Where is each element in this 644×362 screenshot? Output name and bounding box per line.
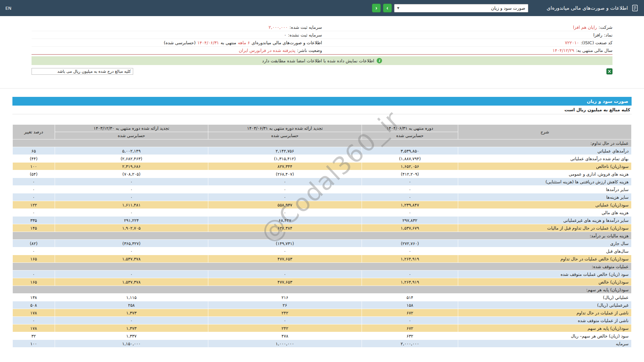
value-current-period: ۰ xyxy=(362,209,458,217)
symbol-label: نماد: xyxy=(604,33,612,38)
value-current-period: ۱,۲۶۴,۹۱۹ xyxy=(362,278,458,286)
value-restated-midyear: ۰ xyxy=(208,247,362,255)
statement-row: غیرعملیاتی (ریال)۱۵۸۲۶۲۵۸۵۰۸ xyxy=(13,301,632,309)
statement-select[interactable]: صورت سود و زیان ▼ xyxy=(394,4,528,12)
income-statement-table: شرح دوره منتهی به ۱۴۰۴/۰۶/۳۱ تجدید ارائه… xyxy=(12,124,632,348)
period-text: اطلاعات و صورت‌های مالی میاندوره‌ای xyxy=(252,40,322,45)
company-info-grid: شرکت: رایان هم افزا سرمایه ثبت شده: ۲,۰۰… xyxy=(32,23,612,55)
value-restated-midyear: ۲۶ xyxy=(208,301,362,309)
statement-row: سود (زیان) خالص هر سهم– ریال۶۳۲۴۷۸۱,۳۳۷۳… xyxy=(13,332,632,340)
row-label: سود(زیان) پایه هر سهم xyxy=(458,324,632,332)
section-row: عملیات در حال تداوم: xyxy=(13,139,632,147)
row-label: سایر درآمدها xyxy=(458,186,632,193)
row-label: سال جاری xyxy=(458,240,632,247)
statement-row: سرمایه۲,۰۰۰,۰۰۰۱,۰۰۰,۰۰۰۱,۱۵۰,۰۰۰۱۰۰ xyxy=(13,340,632,348)
statement-title-bar: صورت سود و زیان xyxy=(12,97,632,106)
row-label: هزینه های فروش، اداری و عمومی xyxy=(458,170,632,178)
isic-value: ۷۲۲۰۱۰ xyxy=(565,40,579,45)
value-restated-yearend: ۲۵۸ xyxy=(55,301,208,309)
value-restated-midyear: ۲۱۶ xyxy=(208,294,362,301)
percent-change: (۵۴) xyxy=(13,170,55,178)
unregistered-capital-label: سرمایه ثبت نشده: xyxy=(288,33,322,38)
percent-change: ۳۲ xyxy=(13,332,55,340)
excel-export-icon[interactable] xyxy=(606,68,612,74)
fiscal-year-row: سال مالی منتهی به: ۱۴۰۴/۱۲/۲۹ xyxy=(322,47,612,54)
company-label: شرکت: xyxy=(599,25,612,30)
value-current-period: (۱,۸۸۷,۷۹۴) xyxy=(362,155,458,163)
header-audited-3: حسابرسی شده xyxy=(55,132,208,139)
value-restated-midyear: ۴۷۸ xyxy=(208,332,362,340)
row-label: سال‌های قبل xyxy=(458,247,632,255)
percent-change: ۱۳۸ xyxy=(13,294,55,301)
percent-change: ۵۰۸ xyxy=(13,301,55,309)
alert-message: اطلاعات نمایش داده شده با اطلاعات امضا ش… xyxy=(262,58,374,63)
row-label: سایر درآمدها و هزینه های غیرعملیاتی xyxy=(458,217,632,224)
language-toggle[interactable]: EN xyxy=(5,6,11,11)
statement-table-body: عملیات در حال تداوم:درآمدهاي عملياتي۳,۵۳… xyxy=(13,139,632,348)
section-row: هزینه مالیات بر درآمد: xyxy=(13,232,632,240)
section-row-label: عملیات متوقف شده: xyxy=(13,263,632,270)
percent-change: ۱۰۰ xyxy=(13,340,55,348)
value-restated-midyear: (۱,۳۱۵,۴۱۲) xyxy=(208,155,362,163)
company-name-link[interactable]: رایان هم افزا xyxy=(573,25,597,30)
statement-row: هزینه کاهش ارزش دریافتنی ها (هزینه استثن… xyxy=(13,178,632,186)
header-desc: شرح xyxy=(458,125,632,139)
row-label: سود (زیان) خالص عملیات متوقف شده xyxy=(458,270,632,278)
value-restated-midyear: ۴۷۷,۶۵۳ xyxy=(208,255,362,263)
value-restated-yearend: (۲,۶۸۲,۴۶۳) xyxy=(55,155,208,163)
section-row: سود(زیان) پایه هر سهم: xyxy=(13,286,632,294)
percent-change: ۱۶۵ xyxy=(13,255,55,263)
value-current-period: ۶۷۲ xyxy=(362,309,458,317)
value-current-period: ۱,۵۳۷,۶۷۹ xyxy=(362,224,458,232)
value-restated-midyear: (۱۴۹,۷۳۱) xyxy=(208,240,362,247)
value-restated-yearend: ۰ xyxy=(55,317,208,324)
value-current-period: ۶۳۲ xyxy=(362,332,458,340)
row-label: درآمدهاي عملياتي xyxy=(458,147,632,155)
percent-change: ۰ xyxy=(13,193,55,201)
next-statement-button[interactable]: › xyxy=(383,4,392,12)
value-restated-yearend: ۲,۳۱۹,۶۸۶ xyxy=(55,163,208,170)
statement-row: ناشی از عملیات در حال تداوم۶۷۲۲۴۲۱,۳۷۳۱۷… xyxy=(13,309,632,317)
statement-row: سال جاری(۲۷۲,۷۶۰)(۱۴۹,۷۳۱)(۳۶۵,۳۲۷)(۸۲) xyxy=(13,240,632,247)
row-label: غیرعملیاتی (ریال) xyxy=(458,301,632,309)
statement-row: هزینه های فروش، اداری و عمومی(۴۱۲,۲۰۹)(۲… xyxy=(13,170,632,178)
section-divider xyxy=(0,88,644,88)
value-current-period: ۰ xyxy=(362,193,458,201)
header-percent-change: درصد تغییر xyxy=(13,125,55,139)
symbol-row: نماد: رافزا xyxy=(322,31,612,39)
page-title: اطلاعات و صورت‌های مالی میاندوره‌ای xyxy=(547,5,628,11)
period-text: منتهی به xyxy=(221,40,236,45)
value-restated-yearend: ۰ xyxy=(55,178,208,186)
signed-info-alert: i اطلاعات نمایش داده شده با اطلاعات امضا… xyxy=(32,56,612,65)
value-restated-midyear: ۰ xyxy=(208,317,362,324)
fiscal-year-label: سال مالی منتهی به: xyxy=(576,48,612,53)
statement-row: ناشی از عملیات متوقف شده۰۰۰۰ xyxy=(13,317,632,324)
row-label: هزینه های مالی xyxy=(458,209,632,217)
statement-units-note: کلیه مبالغ به میلیون ریال است xyxy=(12,106,632,114)
percent-change: ۱۷۸ xyxy=(13,324,55,332)
header-restated-midyear: تجدید ارائه شده دوره منتهی به ۱۴۰۳/۰۶/۳۱ xyxy=(208,125,362,132)
row-label: سایر هزینه‌ها xyxy=(458,193,632,201)
percent-change: (۸۲) xyxy=(13,240,55,247)
value-restated-yearend: ۵,۰۰۲,۱۴۹ xyxy=(55,147,208,155)
statement-row: سود(زیان) خالص عملیات در حال تداوم۱,۲۶۴,… xyxy=(13,255,632,263)
row-label: سود(زیان) عملیات در حال تداوم قبل از مال… xyxy=(458,224,632,232)
value-current-period: ۱۵۸ xyxy=(362,301,458,309)
statement-row: سایر درآمدها و هزینه های غیرعملیاتی۲۹۷,۸… xyxy=(13,217,632,224)
value-current-period: ۱,۶۵۲,۰۵۶ xyxy=(362,163,458,170)
percent-change: ۰ xyxy=(13,247,55,255)
percent-change: ۰ xyxy=(13,178,55,186)
value-restated-midyear: ۰ xyxy=(208,193,362,201)
chevron-down-icon: ▼ xyxy=(397,6,399,10)
prev-statement-button[interactable]: ‹ xyxy=(372,4,381,12)
registered-capital-row: سرمایه ثبت شده: ۲,۰۰۰,۰۰۰ xyxy=(32,23,322,31)
value-restated-yearend: ۱,۳۷۳ xyxy=(55,324,208,332)
units-note-text: کلیه مبالغ درج شده به میلیون ریال می باش… xyxy=(57,69,131,74)
value-restated-midyear: ۰ xyxy=(208,270,362,278)
statement-row: سود (زیان) خالص عملیات متوقف شده۰۰۰۰ xyxy=(13,270,632,278)
value-current-period: ۲۹۷,۸۳۲ xyxy=(362,217,458,224)
statement-row: سایر درآمدها۰۰۰۰ xyxy=(13,186,632,193)
fiscal-year-value: ۱۴۰۴/۱۲/۲۹ xyxy=(552,48,574,53)
row-label: سرمایه xyxy=(458,340,632,348)
header-current-period: دوره منتهی به ۱۴۰۴/۰۶/۳۱ xyxy=(362,125,458,132)
